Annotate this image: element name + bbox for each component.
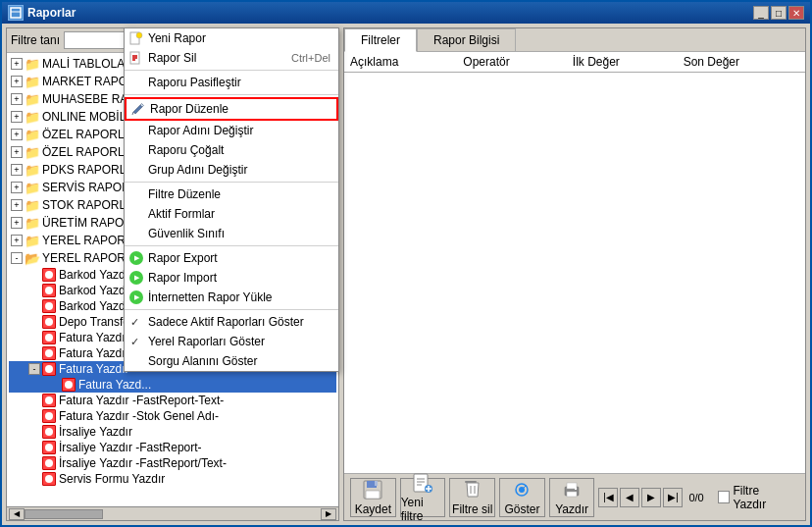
minimize-button[interactable]: _	[753, 6, 769, 20]
tree-item-irsaliye1[interactable]: + İrsaliye Yazdır	[9, 424, 336, 440]
yazdir-button[interactable]: Yazdır	[549, 478, 595, 517]
cm-sadece-aktif[interactable]: ✓ Sadece Aktif Raporları Göster	[125, 312, 338, 332]
cm-internet[interactable]: İnternetten Rapor Yükle	[125, 288, 338, 307]
svg-rect-12	[366, 491, 380, 499]
cm-export[interactable]: Rapor Export	[125, 248, 338, 268]
close-button[interactable]: ✕	[788, 6, 804, 20]
new-report-icon	[128, 30, 144, 46]
yazdir-label: Yazdır	[555, 502, 588, 516]
tab-filtreler[interactable]: Filtreler	[344, 28, 417, 52]
cm-duzenle-label: Rapor Düzenle	[150, 102, 228, 116]
cm-yerel-goster[interactable]: ✓ Yerel Raporları Göster	[125, 332, 338, 351]
cm-sadece-aktif-label: Sadece Aktif Raporları Göster	[148, 315, 304, 329]
tree-toggle-pdks[interactable]: +	[11, 164, 23, 176]
goster-button[interactable]: Göster	[499, 478, 545, 517]
cm-sep5	[125, 309, 338, 310]
col-operator: Operatör	[457, 52, 567, 73]
main-content: Filtre tanı + 📁 MALİ TABLOLAR VE + 📁 MAR…	[2, 24, 810, 525]
tree-label-irsaliye3: İrsaliye Yazdır -FastReport/Text-	[59, 456, 227, 470]
export-icon	[128, 250, 144, 266]
nav-next-btn[interactable]: ▶	[641, 488, 661, 507]
report-icon-irsaliye1	[42, 425, 56, 439]
tree-label-fatura4: Fatura Yazdır -FastReport-Text-	[59, 394, 224, 407]
tree-toggle-stok[interactable]: +	[11, 199, 23, 211]
tree-toggle-yerel2[interactable]: -	[11, 252, 23, 264]
cm-yeni-rapor-label: Yeni Rapor	[148, 31, 206, 45]
tree-label-servis2: Servis Formu Yazdır	[59, 472, 165, 486]
scroll-thumb[interactable]	[25, 509, 103, 519]
tree-toggle-yerel1[interactable]: +	[11, 235, 23, 246]
report-icon-fatura3a	[62, 378, 76, 392]
horizontal-scrollbar[interactable]: ◀ ▶	[7, 506, 338, 520]
tree-label-fatura5: Fatura Yazdır -Stok Genel Adı-	[59, 409, 219, 423]
cm-import[interactable]: Rapor Import	[125, 268, 338, 288]
tree-item-servis2[interactable]: + Servis Formu Yazdır	[9, 471, 336, 487]
save-button[interactable]: Kaydet	[350, 478, 396, 517]
svg-rect-29	[575, 488, 577, 490]
nav-last-btn[interactable]: ▶|	[663, 488, 683, 507]
goster-icon	[511, 479, 533, 501]
tree-label-barkod2: Barkod Yazdır	[59, 284, 132, 297]
tree-toggle-market[interactable]: +	[11, 76, 23, 87]
yeni-filtre-icon	[412, 472, 433, 494]
svg-rect-0	[11, 8, 21, 18]
cm-sorgu[interactable]: Sorgu Alanını Göster	[125, 351, 338, 371]
cm-filtre-duzenle-label: Filtre Düzenle	[148, 187, 221, 201]
cm-aktif-formlar[interactable]: Aktif Formlar	[125, 204, 338, 224]
cm-yerel-goster-label: Yerel Raporları Göster	[148, 335, 265, 348]
cm-duzenle[interactable]: Rapor Düzenle	[125, 97, 338, 121]
tree-item-irsaliye2[interactable]: + İrsaliye Yazdır -FastReport-	[9, 440, 336, 455]
cm-yeni-rapor[interactable]: Yeni Rapor	[125, 28, 338, 48]
tree-label-irsaliye1: İrsaliye Yazdır	[59, 425, 132, 439]
tree-toggle-fatura3[interactable]: -	[28, 363, 40, 375]
scroll-left-btn[interactable]: ◀	[9, 508, 25, 520]
tree-toggle-mali[interactable]: +	[11, 58, 23, 70]
cm-grup-adi[interactable]: Grup Adını Değiştir	[125, 160, 338, 180]
yeni-filtre-button[interactable]: Yeni filtre	[400, 478, 446, 517]
svg-point-3	[136, 32, 142, 38]
cm-cogalt[interactable]: Raporu Çoğalt	[125, 140, 338, 160]
folder-icon-online: 📁	[25, 109, 40, 125]
cm-pasif[interactable]: Raporu Pasifleştir	[125, 73, 338, 92]
tab-rapor-bilgisi[interactable]: Rapor Bilgisi	[417, 28, 516, 52]
filter-yazdir-checkbox[interactable]	[718, 491, 731, 503]
tree-toggle-ozel1[interactable]: +	[11, 129, 23, 140]
cm-guvenlik-label: Güvenlik Sınıfı	[148, 227, 225, 240]
folder-icon-pdks: 📁	[25, 162, 40, 178]
svg-line-8	[132, 112, 133, 115]
tree-item-fatura5[interactable]: + Fatura Yazdır -Stok Genel Adı-	[9, 408, 336, 424]
tree-item-irsaliye3[interactable]: + İrsaliye Yazdır -FastReport/Text-	[9, 455, 336, 471]
nav-prev-btn[interactable]: ◀	[620, 488, 639, 507]
window-controls: _ □ ✕	[753, 6, 804, 20]
report-icon-fatura1	[42, 331, 56, 344]
tab-bar: Filtreler Rapor Bilgisi	[344, 28, 805, 52]
tree-item-fatura4[interactable]: + Fatura Yazdır -FastReport-Text-	[9, 393, 336, 408]
report-icon-fatura4	[42, 394, 56, 407]
cm-export-label: Rapor Export	[148, 251, 218, 265]
folder-icon-servis: 📁	[25, 180, 40, 195]
tree-toggle-muhasebe[interactable]: +	[11, 93, 23, 105]
cm-guvenlik[interactable]: Güvenlik Sınıfı	[125, 224, 338, 243]
filter-yazdir-container: Filtre Yazdır	[712, 484, 799, 511]
window-title: Raporlar	[27, 6, 749, 20]
cm-rapor-sil[interactable]: Rapor Sil Ctrl+Del	[125, 48, 338, 68]
tree-toggle-online[interactable]: +	[11, 111, 23, 123]
maximize-button[interactable]: □	[771, 6, 787, 20]
cm-cogalt-label: Raporu Çoğalt	[148, 143, 224, 157]
filter-label: Filtre tanı	[11, 33, 60, 47]
scroll-right-btn[interactable]: ▶	[321, 508, 336, 520]
filtre-sil-button[interactable]: Filtre sil	[449, 478, 495, 517]
cm-sep2	[125, 94, 338, 95]
cm-grup-adi-label: Grup Adını Değiştir	[148, 163, 247, 177]
toolbar: Kaydet Yeni filtre Filtre sil	[344, 473, 805, 520]
folder-icon-ozel2: 📁	[25, 144, 40, 160]
folder-icon-mali: 📁	[25, 56, 40, 72]
cm-adi-degistir[interactable]: Rapor Adını Değiştir	[125, 121, 338, 140]
nav-first-btn[interactable]: |◀	[598, 488, 618, 507]
tree-item-fatura3a[interactable]: + Fatura Yazd...	[9, 377, 336, 393]
tree-toggle-ozel2[interactable]: +	[11, 146, 23, 158]
cm-filtre-duzenle[interactable]: Filtre Düzenle	[125, 184, 338, 204]
tree-toggle-servis[interactable]: +	[11, 182, 23, 193]
tree-toggle-uretim[interactable]: +	[11, 217, 23, 229]
report-icon-fatura3	[42, 362, 56, 376]
